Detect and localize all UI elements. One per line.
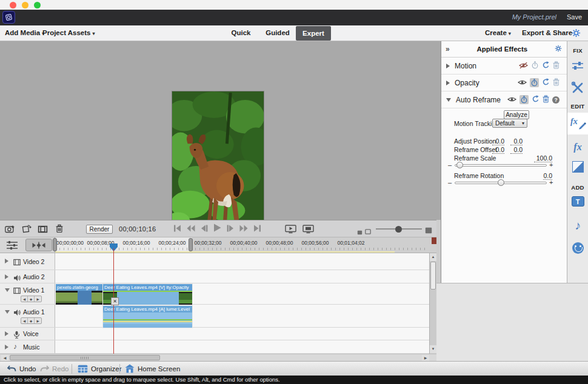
effects-fx-icon[interactable]: fx xyxy=(567,142,588,153)
clip-pexels-video[interactable]: pexels-zlatin-georg xyxy=(56,284,103,305)
scroll-left-button[interactable]: ◀ xyxy=(1,355,8,361)
next-keyframe-icon[interactable]: ▶ xyxy=(35,296,41,302)
shuttle-left-button[interactable] xyxy=(187,223,195,234)
preview-monitor-icon[interactable] xyxy=(302,225,314,236)
track-row-audio1[interactable]: Audio 1 ◀ ◆ ▶ xyxy=(0,305,429,328)
current-timecode[interactable]: 00;00;10;16 xyxy=(119,225,156,233)
plus-icon[interactable]: + xyxy=(549,179,553,186)
emoji-graphics-icon[interactable] xyxy=(567,242,588,254)
volume-rubber-band[interactable] xyxy=(103,319,192,320)
preview-monitor[interactable] xyxy=(0,41,441,220)
tools-icon[interactable] xyxy=(567,81,588,94)
stopwatch-icon-active[interactable] xyxy=(530,78,539,87)
visibility-off-icon[interactable] xyxy=(519,61,528,71)
expand-track-icon[interactable] xyxy=(5,259,8,263)
stopwatch-icon[interactable] xyxy=(531,61,539,71)
help-icon[interactable]: ? xyxy=(552,96,560,104)
keyframe-navigator[interactable]: ◀ ◆ ▶ xyxy=(21,317,42,324)
minus-icon[interactable]: – xyxy=(448,161,452,168)
project-assets-menu[interactable]: Project Assets▾ xyxy=(42,25,95,41)
audio-mixer-button[interactable] xyxy=(25,239,52,251)
organizer-button[interactable]: Organizer xyxy=(78,362,122,376)
reset-icon[interactable] xyxy=(542,78,550,88)
tab-quick[interactable]: Quick xyxy=(227,25,255,41)
work-area-start-handle[interactable] xyxy=(53,238,57,251)
music-icon[interactable]: ♪ xyxy=(567,219,588,231)
next-keyframe-icon[interactable]: ▶ xyxy=(35,318,41,323)
adjust-sliders-icon[interactable] xyxy=(567,61,588,71)
track-row-audio2[interactable]: Audio 2 xyxy=(0,270,429,283)
tab-guided[interactable]: Guided xyxy=(262,25,293,41)
timeline-vertical-scrollbar[interactable]: ▲ ▼ xyxy=(429,253,436,354)
scroll-down-button[interactable]: ▼ xyxy=(430,345,436,353)
track-row-music[interactable]: ♪ Music xyxy=(0,340,429,354)
zoom-min-icon[interactable] xyxy=(365,226,371,237)
go-to-start-button[interactable] xyxy=(173,223,181,234)
adjust-position-y-value[interactable]: 0.0 xyxy=(510,137,523,145)
add-keyframe-icon[interactable]: ◆ xyxy=(28,296,35,302)
expand-track-icon[interactable] xyxy=(5,345,8,349)
stopwatch-icon-active[interactable] xyxy=(520,95,529,104)
reframe-rotation-slider[interactable] xyxy=(455,182,547,184)
motion-tracking-dropdown[interactable]: Default ▾ xyxy=(492,119,527,128)
expand-track-icon[interactable] xyxy=(5,331,8,336)
close-window-button[interactable] xyxy=(10,2,16,8)
expand-icon[interactable] xyxy=(446,81,450,85)
trash-icon[interactable] xyxy=(553,78,560,88)
adjust-position-x-value[interactable]: 0.0 xyxy=(492,137,504,145)
track-settings-icon[interactable] xyxy=(6,240,18,252)
expand-icon[interactable] xyxy=(446,64,450,68)
reframe-offset-y-value[interactable]: 0.0 xyxy=(510,146,523,154)
collapse-track-icon[interactable] xyxy=(5,288,10,292)
timeline-horizontal-scrollbar[interactable]: ◀ ▶ xyxy=(0,354,436,361)
reframe-offset-x-value[interactable]: 0.0 xyxy=(492,146,504,154)
visibility-icon[interactable] xyxy=(518,78,527,88)
collapse-track-icon[interactable] xyxy=(5,310,10,314)
timeline-zoom-knob[interactable] xyxy=(395,226,402,233)
snapshot-camera-icon[interactable] xyxy=(5,225,15,236)
transitions-icon[interactable] xyxy=(567,161,588,173)
export-share-menu[interactable]: Export & Share xyxy=(522,25,572,41)
minus-icon[interactable]: – xyxy=(448,179,452,186)
effect-row-opacity[interactable]: Opacity xyxy=(441,74,567,91)
minimize-window-button[interactable] xyxy=(22,2,28,8)
reset-icon[interactable] xyxy=(542,61,550,71)
undo-button[interactable]: Undo xyxy=(7,362,36,376)
settings-gear-icon[interactable] xyxy=(572,28,581,40)
scroll-up-button[interactable]: ▲ xyxy=(430,253,436,261)
zoom-window-button[interactable] xyxy=(34,2,41,8)
add-keyframe-icon[interactable]: ◆ xyxy=(28,318,35,323)
expand-track-icon[interactable] xyxy=(5,274,8,279)
delete-trash-icon[interactable] xyxy=(56,224,63,236)
panel-options-gear-icon[interactable] xyxy=(555,44,562,55)
collapse-icon[interactable] xyxy=(446,98,451,102)
previous-keyframe-icon[interactable]: ◀ xyxy=(21,318,28,323)
track-row-voice[interactable]: Voice xyxy=(0,328,429,340)
previous-keyframe-icon[interactable]: ◀ xyxy=(21,296,28,302)
reset-icon[interactable] xyxy=(532,94,540,105)
go-to-end-button[interactable] xyxy=(253,223,261,234)
analyze-button[interactable]: Analyze xyxy=(504,110,529,119)
keyframe-navigator[interactable]: ◀ ◆ ▶ xyxy=(21,296,42,302)
frame-forward-button[interactable] xyxy=(227,223,234,234)
reframe-scale-slider-knob[interactable] xyxy=(456,162,463,168)
collapse-panel-icon[interactable]: » xyxy=(446,45,450,53)
scroll-right-button[interactable]: ▶ xyxy=(422,355,429,361)
trash-icon[interactable] xyxy=(553,61,560,71)
frame-back-button[interactable] xyxy=(201,223,208,234)
rotate-crop-icon[interactable] xyxy=(22,225,32,236)
shuttle-right-button[interactable] xyxy=(239,223,248,234)
work-area-end-handle[interactable] xyxy=(189,238,193,251)
titles-icon[interactable]: T xyxy=(567,196,588,207)
timeline-ruler[interactable]: 00;00;00;00 00;00;08;00 00;00;16;00 00;0… xyxy=(0,237,436,253)
vertical-scroll-thumb[interactable] xyxy=(430,262,436,290)
reframe-rotation-slider-knob[interactable] xyxy=(498,179,504,186)
save-button[interactable]: Save xyxy=(567,13,582,21)
plus-icon[interactable]: + xyxy=(549,161,553,168)
filmstrip-marker-icon[interactable] xyxy=(38,225,48,236)
trash-icon[interactable] xyxy=(543,94,549,105)
play-button[interactable] xyxy=(213,223,221,234)
full-screen-monitor-icon[interactable] xyxy=(285,225,296,236)
track-row-video2[interactable]: Video 2 xyxy=(0,253,429,270)
create-menu[interactable]: Create▾ xyxy=(485,25,511,41)
